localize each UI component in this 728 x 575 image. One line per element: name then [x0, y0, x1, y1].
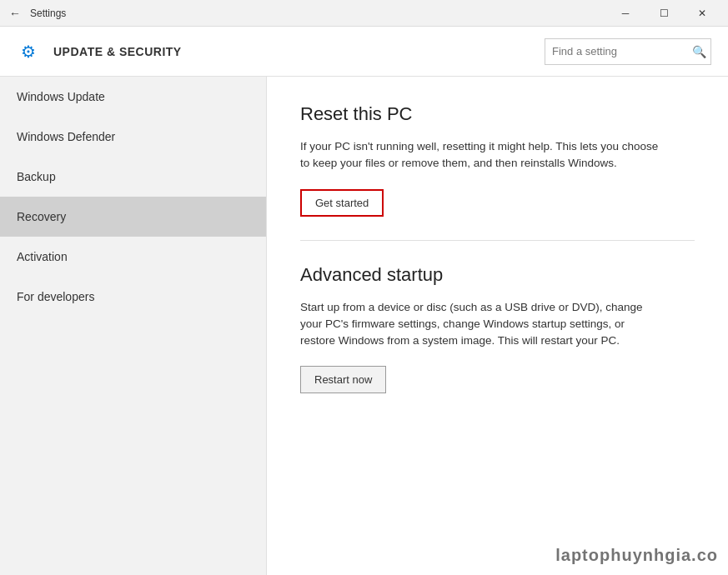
advanced-startup-title: Advanced startup — [300, 264, 695, 286]
sidebar-item-backup[interactable]: Backup — [0, 157, 266, 197]
sidebar: Windows Update Windows Defender Backup R… — [0, 77, 267, 575]
titlebar-controls: ─ ☐ ✕ — [606, 0, 721, 27]
get-started-button[interactable]: Get started — [300, 189, 384, 217]
main-layout: Windows Update Windows Defender Backup R… — [0, 77, 728, 575]
sidebar-item-windows-defender[interactable]: Windows Defender — [0, 117, 266, 157]
reset-pc-description: If your PC isn't running well, resetting… — [300, 138, 659, 172]
section-divider — [300, 240, 695, 241]
sidebar-item-windows-update[interactable]: Windows Update — [0, 77, 266, 117]
back-button[interactable]: ← — [7, 5, 23, 22]
reset-pc-title: Reset this PC — [300, 103, 695, 125]
titlebar-title: Settings — [30, 8, 66, 19]
minimize-button[interactable]: ─ — [606, 0, 645, 27]
settings-icon: ⚙ — [17, 40, 40, 63]
sidebar-item-for-developers[interactable]: For developers — [0, 277, 266, 317]
sidebar-item-recovery[interactable]: Recovery — [0, 197, 266, 237]
search-input[interactable] — [552, 45, 692, 58]
page-title: UPDATE & SECURITY — [53, 45, 531, 58]
content-area: Reset this PC If your PC isn't running w… — [267, 77, 728, 575]
close-button[interactable]: ✕ — [683, 0, 721, 27]
header: ⚙ UPDATE & SECURITY 🔍 — [0, 27, 728, 77]
search-box[interactable]: 🔍 — [545, 38, 711, 65]
restart-now-button[interactable]: Restart now — [300, 366, 386, 393]
maximize-button[interactable]: ☐ — [645, 0, 683, 27]
advanced-startup-description: Start up from a device or disc (such as … — [300, 299, 659, 350]
sidebar-item-activation[interactable]: Activation — [0, 237, 266, 277]
titlebar: ← Settings ─ ☐ ✕ — [0, 0, 728, 27]
search-icon: 🔍 — [692, 45, 706, 58]
titlebar-left: ← Settings — [7, 5, 606, 22]
